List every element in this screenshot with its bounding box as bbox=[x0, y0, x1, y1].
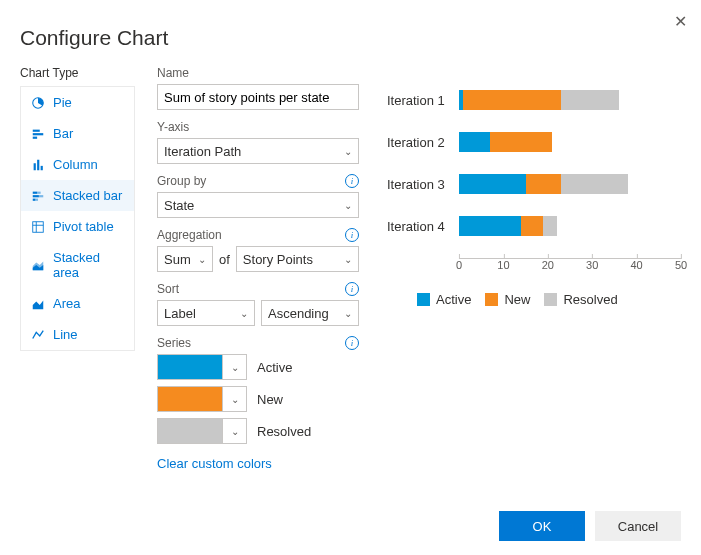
svg-rect-1 bbox=[33, 129, 40, 131]
series-name: Active bbox=[257, 360, 292, 375]
chevron-down-icon: ⌄ bbox=[222, 387, 246, 411]
yaxis-select[interactable]: Iteration Path ⌄ bbox=[157, 138, 359, 164]
sidebar-item-label: Column bbox=[53, 157, 98, 172]
svg-rect-6 bbox=[41, 165, 43, 169]
close-icon[interactable]: ✕ bbox=[674, 12, 687, 31]
aggregation-fn-select[interactable]: Sum ⌄ bbox=[157, 246, 213, 272]
page-title: Configure Chart bbox=[0, 0, 701, 50]
chart-bar-stack bbox=[459, 90, 681, 110]
legend-item: New bbox=[485, 292, 530, 307]
svg-rect-10 bbox=[39, 195, 43, 197]
legend-label: Active bbox=[436, 292, 471, 307]
chart-type-panel: Chart Type Pie Bar Column bbox=[20, 66, 135, 481]
clear-custom-colors-link[interactable]: Clear custom colors bbox=[157, 456, 272, 471]
sidebar-item-pie[interactable]: Pie bbox=[21, 87, 134, 118]
sort-field-select[interactable]: Label ⌄ bbox=[157, 300, 255, 326]
sidebar-item-area[interactable]: Area bbox=[21, 288, 134, 319]
chart-bar-segment bbox=[463, 90, 561, 110]
series-color-select[interactable]: ⌄ bbox=[157, 354, 247, 380]
sidebar-item-label: Stacked area bbox=[53, 250, 124, 280]
chart-bar-stack bbox=[459, 174, 681, 194]
aggregation-of-label: of bbox=[219, 252, 230, 267]
chart-bar-segment bbox=[459, 216, 521, 236]
svg-rect-2 bbox=[33, 133, 44, 135]
name-label: Name bbox=[157, 66, 189, 80]
sidebar-item-line[interactable]: Line bbox=[21, 319, 134, 350]
series-editor-row: ⌄ New bbox=[157, 386, 359, 412]
chart-category-label: Iteration 4 bbox=[387, 219, 459, 234]
chart-bar-segment bbox=[459, 174, 526, 194]
svg-rect-12 bbox=[35, 198, 38, 200]
chart-axis-tick: 0 bbox=[456, 259, 462, 271]
info-icon[interactable]: i bbox=[345, 282, 359, 296]
name-input[interactable] bbox=[157, 84, 359, 110]
chart-bar-row: Iteration 2 bbox=[387, 132, 681, 152]
chart-axis-tick: 20 bbox=[542, 259, 554, 271]
series-color-swatch bbox=[158, 419, 222, 443]
aggregation-fn-value: Sum bbox=[164, 252, 191, 267]
legend-label: Resolved bbox=[563, 292, 617, 307]
chart-bar-segment bbox=[543, 216, 556, 236]
chart-bar-row: Iteration 3 bbox=[387, 174, 681, 194]
sidebar-item-stacked-area[interactable]: Stacked area bbox=[21, 242, 134, 288]
aggregation-field-value: Story Points bbox=[243, 252, 313, 267]
dialog-footer: OK Cancel bbox=[499, 511, 681, 541]
chevron-down-icon: ⌄ bbox=[344, 146, 352, 157]
info-icon[interactable]: i bbox=[345, 174, 359, 188]
chart-axis-tick: 10 bbox=[497, 259, 509, 271]
chart-bar-segment bbox=[490, 132, 552, 152]
sidebar-item-bar[interactable]: Bar bbox=[21, 118, 134, 149]
chart-category-label: Iteration 1 bbox=[387, 93, 459, 108]
chart-type-heading: Chart Type bbox=[20, 66, 135, 80]
series-color-select[interactable]: ⌄ bbox=[157, 386, 247, 412]
info-icon[interactable]: i bbox=[345, 228, 359, 242]
series-color-select[interactable]: ⌄ bbox=[157, 418, 247, 444]
chevron-down-icon: ⌄ bbox=[344, 308, 352, 319]
svg-rect-3 bbox=[33, 136, 37, 138]
pivot-table-icon bbox=[31, 220, 45, 234]
chart-bar-segment bbox=[561, 90, 619, 110]
sort-dir-select[interactable]: Ascending ⌄ bbox=[261, 300, 359, 326]
series-label: Series bbox=[157, 336, 191, 350]
chart-x-axis: 01020304050 bbox=[459, 258, 681, 278]
info-icon[interactable]: i bbox=[345, 336, 359, 350]
chart-axis-tick: 50 bbox=[675, 259, 687, 271]
legend-swatch bbox=[544, 293, 557, 306]
chart-bar-segment bbox=[521, 216, 543, 236]
series-editor-row: ⌄ Resolved bbox=[157, 418, 359, 444]
chevron-down-icon: ⌄ bbox=[198, 254, 206, 265]
ok-button[interactable]: OK bbox=[499, 511, 585, 541]
chart-bar-segment bbox=[459, 132, 490, 152]
svg-rect-8 bbox=[37, 191, 41, 193]
sidebar-item-label: Stacked bar bbox=[53, 188, 122, 203]
bar-icon bbox=[31, 127, 45, 141]
series-name: New bbox=[257, 392, 283, 407]
chart-legend: ActiveNewResolved bbox=[417, 292, 681, 307]
chevron-down-icon: ⌄ bbox=[240, 308, 248, 319]
aggregation-field-select[interactable]: Story Points ⌄ bbox=[236, 246, 359, 272]
chevron-down-icon: ⌄ bbox=[344, 200, 352, 211]
sidebar-item-stacked-bar[interactable]: Stacked bar bbox=[21, 180, 134, 211]
series-color-swatch bbox=[158, 355, 222, 379]
svg-rect-7 bbox=[33, 191, 37, 193]
legend-swatch bbox=[417, 293, 430, 306]
sidebar-item-label: Line bbox=[53, 327, 78, 342]
groupby-select[interactable]: State ⌄ bbox=[157, 192, 359, 218]
chevron-down-icon: ⌄ bbox=[344, 254, 352, 265]
yaxis-value: Iteration Path bbox=[164, 144, 241, 159]
legend-item: Active bbox=[417, 292, 471, 307]
sidebar-item-column[interactable]: Column bbox=[21, 149, 134, 180]
chart-axis-tick: 40 bbox=[630, 259, 642, 271]
svg-rect-9 bbox=[33, 195, 39, 197]
chart-bar-row: Iteration 4 bbox=[387, 216, 681, 236]
pie-icon bbox=[31, 96, 45, 110]
chart-bar-stack bbox=[459, 132, 681, 152]
legend-label: New bbox=[504, 292, 530, 307]
sidebar-item-label: Area bbox=[53, 296, 80, 311]
chart-bar-segment bbox=[561, 174, 628, 194]
cancel-button[interactable]: Cancel bbox=[595, 511, 681, 541]
groupby-label: Group by bbox=[157, 174, 206, 188]
svg-rect-11 bbox=[33, 198, 36, 200]
sidebar-item-pivot-table[interactable]: Pivot table bbox=[21, 211, 134, 242]
column-icon bbox=[31, 158, 45, 172]
